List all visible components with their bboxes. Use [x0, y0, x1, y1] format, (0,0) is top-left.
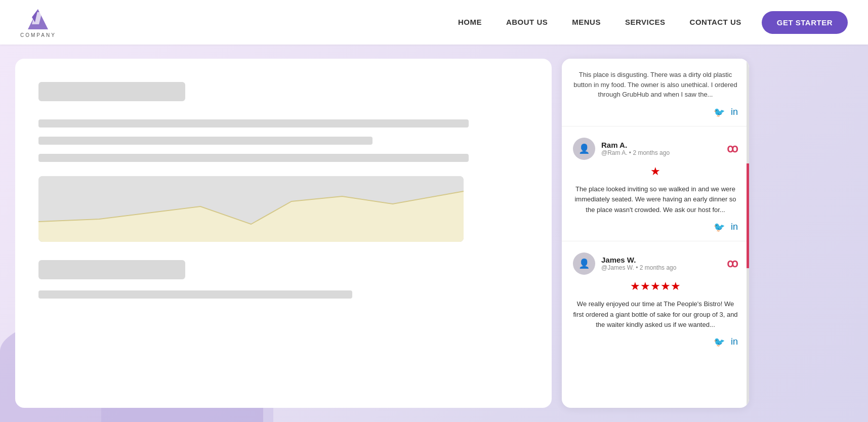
reviewer-handle-ram: @Ram A. • 2 months ago — [601, 149, 721, 156]
avatar-james: 👤 — [573, 252, 595, 275]
nav-link-services[interactable]: SERVICES — [625, 18, 666, 26]
skeleton-line-1 — [38, 119, 469, 128]
reviews-sidebar: This place is disgusting. There was a di… — [562, 59, 749, 408]
page-background: This place is disgusting. There was a di… — [0, 45, 868, 422]
nav-link-contact[interactable]: CONTACT US — [690, 18, 741, 26]
reviewer-name-ram: Ram A. — [601, 141, 721, 149]
reviewer-name-james: James W. — [601, 256, 721, 264]
chart-area — [38, 176, 464, 242]
twitter-icon-2[interactable]: 🐦 — [714, 222, 725, 233]
star-j1: ★ — [630, 280, 640, 292]
avatar-image-ram: 👤 — [573, 138, 595, 160]
nav-item-about[interactable]: ABOUT US — [506, 18, 548, 27]
nav-link-about[interactable]: ABOUT US — [506, 18, 548, 26]
reviewer-row-2: 👤 Ram A. @Ram A. • 2 months ago ꝏ — [573, 138, 738, 160]
reviewer-handle-james: @James W. • 2 months ago — [601, 264, 721, 271]
review-2-social: 🐦 in — [573, 222, 738, 233]
star-1: ★ — [650, 165, 660, 178]
stars-ram: ★ — [573, 165, 738, 178]
yelp-icon-2: ꝏ — [727, 142, 738, 155]
nav-item-services[interactable]: SERVICES — [625, 18, 666, 27]
nav-links: HOME ABOUT US MENUS SERVICES CONTACT US — [458, 18, 741, 27]
navbar: COMPANY HOME ABOUT US MENUS SERVICES CON… — [0, 0, 868, 45]
nav-link-home[interactable]: HOME — [458, 18, 482, 26]
review-1-social: 🐦 in — [573, 107, 738, 118]
reviewer-info-james: James W. @James W. • 2 months ago — [601, 256, 721, 271]
skeleton-line-4 — [38, 290, 352, 299]
review-3-text: We really enjoyed our time at The People… — [573, 299, 738, 330]
twitter-icon-1[interactable]: 🐦 — [714, 107, 725, 118]
nav-item-home[interactable]: HOME — [458, 18, 482, 27]
nav-item-menus[interactable]: MENUS — [572, 18, 601, 27]
star-j3: ★ — [650, 280, 660, 292]
nav-item-contact[interactable]: CONTACT US — [690, 18, 741, 27]
skeleton-title — [38, 82, 185, 101]
review-card-1: This place is disgusting. There was a di… — [562, 59, 749, 126]
logo-label: COMPANY — [20, 32, 56, 38]
main-content-card — [15, 59, 552, 408]
review-3-social: 🐦 in — [573, 336, 738, 348]
review-2-text: The place looked inviting so we walked i… — [573, 184, 738, 216]
review-card-3: 👤 James W. @James W. • 2 months ago ꝏ ★★… — [562, 241, 749, 356]
stars-james: ★★★★★ — [573, 280, 738, 293]
reviewer-info-ram: Ram A. @Ram A. • 2 months ago — [601, 141, 721, 156]
review-card-2: 👤 Ram A. @Ram A. • 2 months ago ꝏ ★ The … — [562, 126, 749, 241]
linkedin-icon-2[interactable]: in — [731, 222, 738, 233]
chart-svg — [38, 176, 464, 242]
get-starter-button[interactable]: GET STARTER — [762, 11, 848, 34]
nav-link-menus[interactable]: MENUS — [572, 18, 601, 26]
twitter-icon-3[interactable]: 🐦 — [714, 336, 725, 348]
skeleton-line-2 — [38, 137, 373, 145]
skeleton-line-3 — [38, 154, 469, 162]
avatar-image-james: 👤 — [573, 252, 595, 275]
yelp-icon-3: ꝏ — [727, 257, 738, 270]
star-j5: ★ — [671, 280, 681, 292]
reviewer-row-3: 👤 James W. @James W. • 2 months ago ꝏ — [573, 252, 738, 275]
star-j2: ★ — [640, 280, 650, 292]
logo-icon — [25, 7, 51, 31]
logo[interactable]: COMPANY — [20, 7, 56, 38]
linkedin-icon-3[interactable]: in — [731, 336, 738, 348]
review-1-text: This place is disgusting. There was a di… — [573, 70, 738, 100]
linkedin-icon-1[interactable]: in — [731, 107, 738, 118]
star-j4: ★ — [660, 280, 671, 292]
skeleton-title-2 — [38, 260, 185, 279]
avatar-ram: 👤 — [573, 138, 595, 160]
